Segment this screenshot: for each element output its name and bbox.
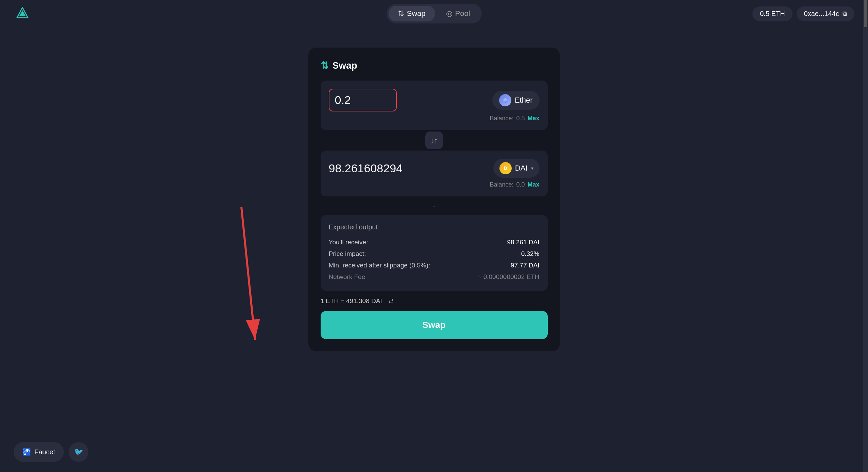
to-balance-value: 0.0: [516, 181, 525, 188]
from-balance-label: Balance:: [490, 115, 513, 122]
to-balance-label: Balance:: [490, 181, 513, 188]
faucet-icon: 🚰: [22, 448, 31, 456]
to-token-chevron-icon: ▾: [531, 165, 533, 171]
from-token-selector: Ether: [492, 91, 540, 110]
down-arrow-icon: ↓: [432, 201, 436, 209]
price-impact-label: Price impact:: [329, 250, 366, 258]
wallet-address-text: 0xae...144c: [804, 10, 839, 18]
eth-token-icon: [499, 94, 511, 106]
swap-nav-icon: ⇅: [398, 9, 404, 18]
to-output-section: 98.261608294 D DAI ▾ Balance: 0.0 Max: [321, 151, 548, 196]
twitter-icon: 🐦: [74, 448, 83, 456]
swap-direction-icon: ↓↑: [430, 136, 438, 145]
twitter-button[interactable]: 🐦: [69, 442, 88, 462]
to-amount-display: 98.261608294: [329, 162, 403, 175]
swap-button[interactable]: Swap: [321, 311, 548, 339]
logo: [14, 5, 31, 22]
nav-swap-label: Swap: [407, 9, 425, 18]
output-arrow: ↓: [321, 196, 548, 214]
min-received-row: Min. received after slippage (0.5%): 97.…: [329, 260, 540, 271]
from-input-section: Ether Balance: 0.5 Max: [321, 81, 548, 130]
nav-swap[interactable]: ⇅ Swap: [388, 6, 435, 21]
price-impact-value: 0.32%: [521, 250, 540, 258]
copy-icon[interactable]: ⧉: [843, 10, 847, 17]
faucet-button[interactable]: 🚰 Faucet: [14, 442, 64, 462]
header: ⇅ Swap ◎ Pool 0.5 ETH 0xae...144c ⧉: [0, 0, 868, 27]
nav-pills: ⇅ Swap ◎ Pool: [386, 4, 481, 23]
scrollbar[interactable]: [863, 0, 868, 472]
swap-direction-button[interactable]: ↓↑: [425, 132, 443, 149]
dai-token-icon: D: [499, 162, 512, 174]
pool-nav-icon: ◎: [446, 9, 453, 18]
min-received-value: 97.77 DAI: [511, 262, 540, 269]
rate-row: 1 ETH = 491.308 DAI ⇄: [321, 291, 548, 306]
youll-receive-label: You'll receive:: [329, 239, 368, 246]
nav-pool-label: Pool: [455, 9, 470, 18]
rate-swap-icon[interactable]: ⇄: [388, 297, 394, 305]
to-max-button[interactable]: Max: [527, 181, 539, 188]
min-received-label: Min. received after slippage (0.5%):: [329, 262, 430, 269]
to-token-name: DAI: [515, 164, 528, 173]
rate-display: 1 ETH = 491.308 DAI: [321, 297, 382, 305]
from-token-name: Ether: [515, 96, 533, 105]
from-max-button[interactable]: Max: [527, 115, 539, 122]
eth-balance-display: 0.5 ETH: [752, 6, 792, 21]
main-content: ⇅ Swap Ether Balanc: [0, 27, 868, 472]
from-amount-input[interactable]: [329, 89, 397, 111]
to-output-row: 98.261608294 D DAI ▾: [329, 159, 540, 178]
network-fee-label: Network Fee: [329, 273, 365, 281]
price-impact-row: Price impact: 0.32%: [329, 248, 540, 260]
bottom-buttons: 🚰 Faucet 🐦: [14, 442, 88, 462]
faucet-label: Faucet: [34, 448, 55, 456]
youll-receive-value: 98.261 DAI: [507, 239, 539, 246]
card-title-text: Swap: [333, 60, 357, 71]
network-fee-value: ~ 0.0000000002 ETH: [478, 273, 539, 281]
network-fee-row: Network Fee ~ 0.0000000002 ETH: [329, 271, 540, 283]
to-balance-row: Balance: 0.0 Max: [329, 181, 540, 188]
from-balance-value: 0.5: [516, 115, 525, 122]
nav-pool[interactable]: ◎ Pool: [437, 6, 480, 21]
to-token-selector[interactable]: D DAI ▾: [493, 159, 540, 178]
wallet-area: 0.5 ETH 0xae...144c ⧉: [752, 6, 854, 21]
expected-output-title: Expected output:: [329, 223, 540, 231]
expected-output-section: Expected output: You'll receive: 98.261 …: [321, 215, 548, 291]
from-input-row: Ether: [329, 89, 540, 111]
wallet-address-button[interactable]: 0xae...144c ⧉: [797, 6, 854, 21]
from-balance-row: Balance: 0.5 Max: [329, 115, 540, 122]
youll-receive-row: You'll receive: 98.261 DAI: [329, 237, 540, 248]
card-title: ⇅ Swap: [321, 60, 548, 71]
swap-title-icon: ⇅: [321, 60, 328, 71]
swap-card: ⇅ Swap Ether Balanc: [308, 48, 560, 351]
